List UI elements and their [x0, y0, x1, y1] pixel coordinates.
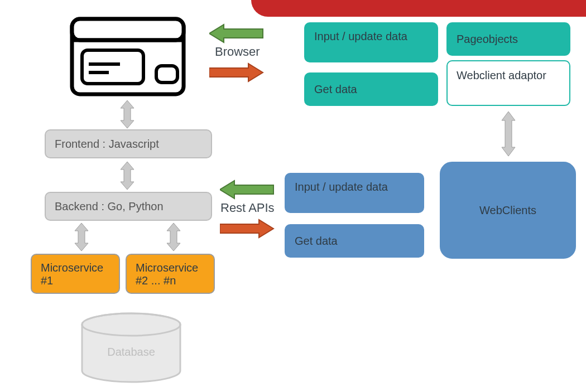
svg-marker-8: [121, 162, 134, 190]
svg-marker-16: [220, 220, 273, 238]
arrow-right-icon: [220, 219, 276, 239]
banner-stripe: [251, 0, 586, 17]
get-data-bottom-label: Get data: [295, 235, 338, 248]
svg-marker-10: [167, 223, 180, 251]
microservice1-box: Microservice #1: [31, 254, 120, 294]
arrow-left-icon: [209, 23, 265, 43]
microservice1-label: Microservice #1: [41, 262, 103, 287]
get-data-bottom-box: Get data: [285, 224, 424, 258]
arrow-right-icon: [209, 62, 265, 83]
double-arrow-icon: [499, 112, 517, 156]
input-update-top-box: Input / update data: [304, 22, 438, 62]
pageobjects-box: Pageobjects: [446, 22, 570, 56]
webclient-adaptor-label: Webclient adaptor: [457, 69, 546, 81]
double-arrow-icon: [165, 223, 182, 251]
browser-wireframe-icon: [70, 17, 187, 98]
svg-marker-15: [220, 181, 273, 199]
pageobjects-label: Pageobjects: [457, 33, 518, 46]
webclient-adaptor-box: Webclient adaptor: [446, 60, 570, 106]
input-update-bottom-box: Input / update data: [285, 173, 424, 213]
webclients-label: WebClients: [479, 204, 536, 217]
rest-apis-label: Rest APIs: [220, 201, 275, 215]
input-update-bottom-label: Input / update data: [295, 181, 388, 193]
svg-marker-13: [209, 25, 263, 42]
microservice2-box: Microservice #2 ... #n: [126, 254, 215, 294]
webclients-box: WebClients: [440, 162, 576, 259]
browser-label: Browser: [215, 45, 260, 59]
svg-marker-9: [75, 223, 88, 251]
svg-marker-7: [121, 100, 134, 128]
double-arrow-icon: [118, 100, 136, 128]
svg-marker-17: [502, 112, 515, 156]
input-update-top-label: Input / update data: [314, 30, 407, 42]
frontend-label: Frontend : Javascript: [55, 138, 159, 151]
frontend-box: Frontend : Javascript: [45, 129, 212, 158]
get-data-top-box: Get data: [304, 72, 438, 106]
database-label: Database: [92, 346, 170, 359]
microservice2-label: Microservice #2 ... #n: [136, 262, 198, 287]
svg-rect-1: [72, 19, 184, 40]
double-arrow-icon: [118, 162, 136, 190]
backend-label: Backend : Go, Python: [55, 200, 164, 213]
arrow-left-icon: [220, 180, 276, 200]
double-arrow-icon: [73, 223, 90, 251]
get-data-top-label: Get data: [314, 83, 357, 96]
svg-marker-14: [209, 64, 263, 81]
backend-box: Backend : Go, Python: [45, 192, 212, 221]
